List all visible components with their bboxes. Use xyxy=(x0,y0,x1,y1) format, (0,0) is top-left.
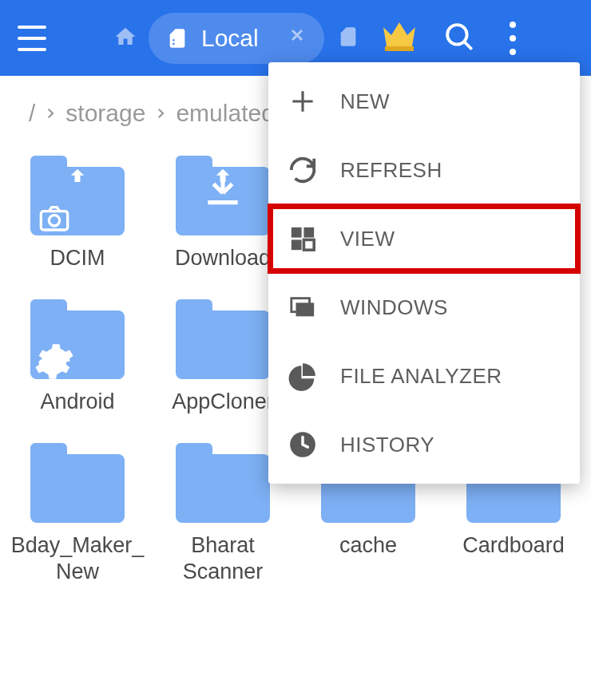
crown-icon[interactable] xyxy=(380,21,418,56)
chevron-right-icon xyxy=(43,101,58,126)
tab-label: Local xyxy=(201,25,259,52)
breadcrumb-part[interactable]: storage xyxy=(65,100,145,127)
folder-icon xyxy=(30,299,125,379)
overflow-menu: NEWREFRESHVIEWWINDOWSFILE ANALYZERHISTOR… xyxy=(268,62,580,484)
folder-label: Android xyxy=(40,389,114,416)
folder-icon xyxy=(30,443,125,523)
folder-label: Bharat Scanner xyxy=(155,532,291,587)
folder-label: cache xyxy=(339,532,397,560)
folder-item[interactable]: Android xyxy=(6,295,149,421)
menu-item-new[interactable]: NEW xyxy=(268,67,580,136)
folder-label: Download xyxy=(175,245,271,272)
folder-icon xyxy=(30,156,125,235)
menu-item-history[interactable]: HISTORY xyxy=(268,410,580,479)
folder-icon xyxy=(176,443,270,523)
svg-rect-7 xyxy=(303,239,314,250)
svg-point-1 xyxy=(447,25,467,45)
menu-icon[interactable] xyxy=(13,19,51,57)
folder-item[interactable]: Bday_Maker_New xyxy=(6,438,149,591)
pie-icon xyxy=(286,359,319,393)
folder-item[interactable]: DCIM xyxy=(6,151,149,277)
sd-card-icon[interactable] xyxy=(337,26,359,51)
menu-item-refresh[interactable]: REFRESH xyxy=(268,136,580,204)
breadcrumb-part[interactable]: emulated xyxy=(176,100,274,127)
svg-rect-6 xyxy=(292,239,302,250)
close-icon[interactable] xyxy=(288,26,307,50)
menu-item-windows[interactable]: WINDOWS xyxy=(268,273,580,342)
folder-icon xyxy=(176,299,270,379)
folder-label: DCIM xyxy=(50,245,105,272)
breadcrumb-root[interactable]: / xyxy=(29,100,35,127)
svg-rect-4 xyxy=(292,227,302,238)
plus-icon xyxy=(286,85,319,118)
home-icon[interactable] xyxy=(113,25,137,52)
menu-item-file-analyzer[interactable]: FILE ANALYZER xyxy=(268,342,580,410)
menu-item-label: FILE ANALYZER xyxy=(340,364,502,389)
svg-rect-0 xyxy=(385,46,414,51)
menu-item-label: HISTORY xyxy=(340,433,434,457)
folder-label: Cardboard xyxy=(462,532,565,560)
overflow-menu-icon[interactable] xyxy=(505,22,521,55)
refresh-icon xyxy=(286,153,319,187)
windows-icon xyxy=(286,291,319,324)
svg-rect-8 xyxy=(296,303,315,316)
menu-item-view[interactable]: VIEW xyxy=(268,204,580,273)
folder-icon xyxy=(176,156,270,235)
svg-rect-5 xyxy=(303,227,314,238)
chevron-right-icon xyxy=(153,101,168,126)
folder-label: AppCloner xyxy=(172,389,274,416)
menu-item-label: NEW xyxy=(340,89,390,114)
svg-point-3 xyxy=(49,216,59,226)
search-icon[interactable] xyxy=(442,20,476,57)
menu-item-label: VIEW xyxy=(340,227,395,251)
tab-local[interactable]: Local xyxy=(149,13,324,64)
clock-icon xyxy=(286,428,319,461)
grid-icon xyxy=(286,222,319,255)
menu-item-label: REFRESH xyxy=(340,158,442,183)
menu-item-label: WINDOWS xyxy=(340,295,448,320)
folder-label: Bday_Maker_New xyxy=(10,532,145,587)
